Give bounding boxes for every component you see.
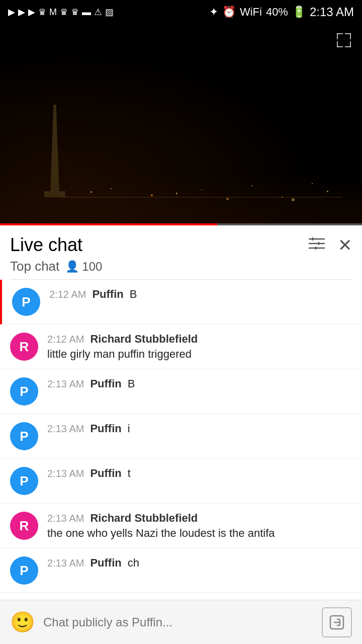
- app-icon: M: [49, 7, 57, 18]
- message-time: 2:13 AM: [47, 468, 84, 479]
- person-icon: 👤: [65, 260, 79, 273]
- chat-message: R 2:12 AM Richard Stubblefield little gi…: [0, 325, 362, 369]
- message-body: little girly man puffin triggered: [47, 348, 192, 360]
- chat-input[interactable]: [43, 615, 314, 629]
- emoji-button[interactable]: 🙂: [10, 610, 35, 634]
- status-bar: ▶ ▶ ▶ ♛ M ♛ ♛ ▬ ⚠ ▨ ✦ ⏰ WiFi 40% 🔋 2:13 …: [0, 0, 362, 24]
- svg-rect-3: [350, 33, 351, 39]
- close-button[interactable]: ✕: [338, 235, 352, 255]
- message-author: Puffin: [90, 377, 121, 390]
- chat-input-bar: 🙂: [0, 600, 362, 644]
- message-content: 2:12 AM Puffin B: [49, 288, 352, 303]
- message-author: Puffin: [90, 422, 121, 435]
- chat-message: R 2:13 AM Richard Stubblefield the one w…: [0, 504, 362, 548]
- message-content: 2:13 AM Puffin ch: [47, 556, 352, 572]
- folder-icon: ▬: [82, 7, 91, 18]
- avatar: R: [10, 333, 38, 361]
- svg-rect-7: [350, 41, 351, 47]
- live-chat-title: Live chat: [10, 234, 82, 256]
- chat-messages-list: P 2:12 AM Puffin B R 2:12 AM Richard Stu…: [0, 280, 362, 638]
- avatar: P: [10, 422, 38, 450]
- message-time: 2:12 AM: [47, 334, 84, 345]
- chat-message: P 2:13 AM Puffin t: [0, 459, 362, 504]
- message-author: Puffin: [90, 556, 121, 570]
- message-content: 2:13 AM Puffin t: [47, 467, 352, 482]
- video-progress-bar[interactable]: [0, 223, 362, 225]
- status-time: 2:13 AM: [310, 5, 354, 19]
- message-text: t: [128, 467, 131, 480]
- message-content: 2:13 AM Puffin B: [47, 377, 352, 392]
- message-time: 2:13 AM: [47, 378, 84, 390]
- svg-rect-5: [337, 41, 338, 47]
- chat-header-actions: ✕: [308, 235, 352, 255]
- resize-icon[interactable]: [336, 32, 352, 52]
- yt-icon2: ▶: [18, 7, 25, 18]
- status-indicators: ✦ ⏰ WiFi 40% 🔋 2:13 AM: [209, 5, 354, 19]
- chat-message: P 2:13 AM Puffin B: [0, 369, 362, 414]
- viewer-count-number: 100: [82, 260, 102, 274]
- bluetooth-icon: ✦: [209, 6, 218, 19]
- alarm-icon: ⏰: [222, 6, 236, 19]
- message-time: 2:13 AM: [47, 423, 84, 435]
- message-meta: 2:13 AM Puffin i: [47, 422, 352, 435]
- battery-icon: 🔋: [292, 6, 306, 19]
- message-text: i: [128, 422, 130, 435]
- chat-header: Live chat ✕ Top chat 👤: [0, 225, 362, 280]
- viewer-count: 👤 100: [65, 260, 102, 274]
- message-meta: 2:13 AM Puffin ch: [47, 556, 352, 570]
- avatar: P: [12, 288, 40, 316]
- avatar: P: [10, 467, 38, 495]
- message-meta: 2:13 AM Richard Stubblefield: [47, 512, 352, 525]
- wifi-icon: WiFi: [240, 6, 262, 19]
- message-time: 2:13 AM: [47, 513, 84, 524]
- send-button[interactable]: [322, 607, 352, 637]
- chat-sub-header: Top chat 👤 100: [10, 259, 352, 280]
- message-meta: 2:12 AM Richard Stubblefield: [47, 333, 352, 346]
- top-chat-label: Top chat: [10, 259, 59, 274]
- message-content: 2:12 AM Richard Stubblefield little girl…: [47, 333, 352, 361]
- yt-icon: ▶: [8, 7, 15, 18]
- chat-message: P 2:13 AM Puffin i: [0, 414, 362, 459]
- message-author: Richard Stubblefield: [90, 333, 198, 346]
- message-body: the one who yells Nazi the loudest is th…: [47, 527, 275, 539]
- warning-icon: ⚠: [94, 7, 102, 18]
- filter-icon[interactable]: [308, 236, 326, 255]
- live-chat-panel: Live chat ✕ Top chat 👤: [0, 225, 362, 642]
- message-text: ch: [128, 556, 139, 570]
- video-progress-fill: [0, 223, 217, 225]
- message-time: 2:13 AM: [47, 557, 84, 569]
- message-author: Puffin: [90, 467, 121, 480]
- chat-message: P 2:13 AM Puffin ch: [0, 548, 362, 593]
- chat-message: P 2:12 AM Puffin B: [0, 280, 362, 325]
- image-icon: ▨: [105, 7, 114, 18]
- message-content: 2:13 AM Puffin i: [47, 422, 352, 437]
- svg-rect-1: [337, 33, 338, 39]
- city-lights-overlay: [0, 175, 362, 225]
- message-author: Puffin: [92, 288, 123, 301]
- message-text: B: [130, 288, 137, 301]
- message-meta: 2:13 AM Puffin B: [47, 377, 352, 390]
- battery-text: 40%: [266, 6, 288, 19]
- message-meta: 2:13 AM Puffin t: [47, 467, 352, 480]
- message-author: Richard Stubblefield: [90, 512, 198, 525]
- avatar: P: [10, 556, 38, 585]
- message-content: 2:13 AM Richard Stubblefield the one who…: [47, 512, 352, 540]
- yt-icon3: ▶: [28, 7, 35, 18]
- message-meta: 2:12 AM Puffin B: [49, 288, 352, 301]
- crown-icon: ♛: [38, 7, 46, 18]
- crown-icon2: ♛: [60, 7, 68, 18]
- message-text: B: [128, 377, 135, 390]
- message-time: 2:12 AM: [49, 289, 86, 300]
- chat-header-top: Live chat ✕: [10, 234, 352, 256]
- avatar: P: [10, 377, 38, 406]
- video-player[interactable]: [0, 24, 362, 225]
- crown-icon3: ♛: [71, 7, 79, 18]
- status-icons: ▶ ▶ ▶ ♛ M ♛ ♛ ▬ ⚠ ▨: [8, 7, 114, 18]
- avatar: R: [10, 512, 38, 540]
